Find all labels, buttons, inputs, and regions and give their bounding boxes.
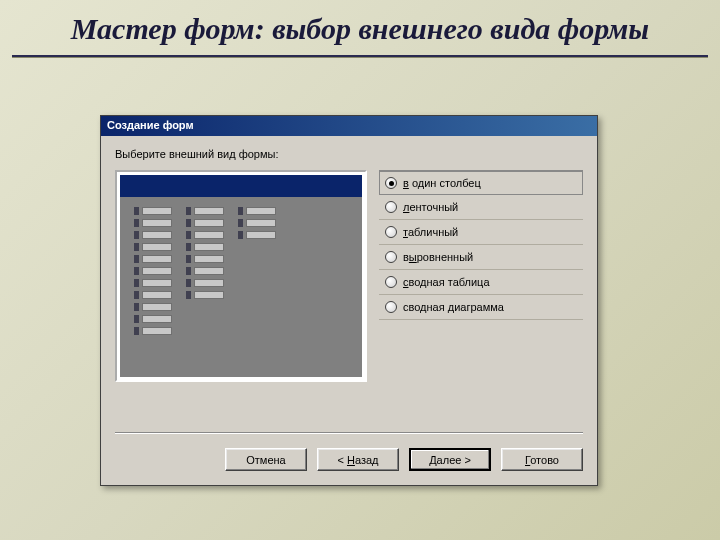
layout-option-3[interactable]: выровненный <box>379 245 583 270</box>
finish-button[interactable]: Готово <box>501 448 583 471</box>
dialog-titlebar: Создание форм <box>101 116 597 136</box>
slide-divider <box>12 55 708 58</box>
radio-icon <box>385 201 397 213</box>
radio-icon <box>385 301 397 313</box>
radio-icon <box>385 177 397 189</box>
preview-header-bar <box>120 175 362 197</box>
radio-icon <box>385 226 397 238</box>
layout-option-1[interactable]: ленточный <box>379 195 583 220</box>
layout-preview <box>115 170 367 382</box>
layout-option-0[interactable]: в один столбец <box>379 171 583 195</box>
form-wizard-dialog: Создание форм Выберите внешний вид формы… <box>100 115 598 486</box>
option-label: сводная таблица <box>403 276 490 288</box>
layout-option-2[interactable]: табличный <box>379 220 583 245</box>
radio-icon <box>385 276 397 288</box>
layout-option-5[interactable]: сводная диаграмма <box>379 295 583 320</box>
option-label: табличный <box>403 226 458 238</box>
layout-option-4[interactable]: сводная таблица <box>379 270 583 295</box>
option-label: в один столбец <box>403 177 481 189</box>
instruction-text: Выберите внешний вид формы: <box>115 148 583 160</box>
option-label: выровненный <box>403 251 473 263</box>
radio-icon <box>385 251 397 263</box>
cancel-button[interactable]: Отмена <box>225 448 307 471</box>
layout-options: в один столбецленточныйтабличныйвыровнен… <box>379 170 583 320</box>
option-label: ленточный <box>403 201 458 213</box>
next-button[interactable]: Далее > <box>409 448 491 471</box>
back-button[interactable]: < Назад <box>317 448 399 471</box>
button-separator <box>115 432 583 434</box>
option-label: сводная диаграмма <box>403 301 504 313</box>
slide-title: Мастер форм: выбор внешнего вида формы <box>0 0 720 55</box>
wizard-button-bar: Отмена < Назад Далее > Готово <box>101 448 597 485</box>
dialog-content: Выберите внешний вид формы: в один столб… <box>101 136 597 448</box>
